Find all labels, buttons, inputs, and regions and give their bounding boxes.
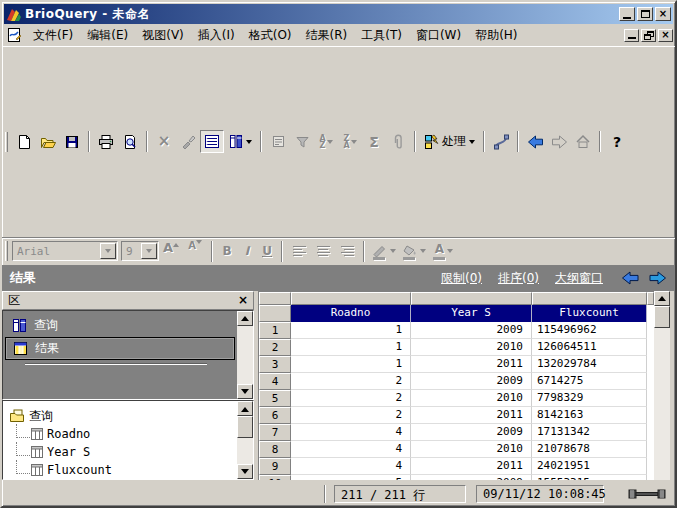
toolbar-gripper[interactable] bbox=[5, 132, 8, 152]
scroll-track[interactable] bbox=[237, 326, 253, 385]
sections-panel-close-button[interactable]: × bbox=[238, 294, 248, 306]
connection-button[interactable] bbox=[489, 130, 513, 153]
scroll-track[interactable] bbox=[237, 438, 253, 464]
format-painter-button[interactable] bbox=[176, 130, 200, 153]
tree-field[interactable]: Year S bbox=[9, 443, 237, 461]
underline-button[interactable]: U bbox=[257, 240, 277, 263]
section-link[interactable]: 排序(0) bbox=[498, 270, 539, 287]
table-cell[interactable]: 7798329 bbox=[532, 390, 647, 407]
home-button[interactable] bbox=[571, 130, 595, 153]
table-cell[interactable]: 1 bbox=[291, 339, 411, 356]
table-cell[interactable]: 2011 bbox=[411, 356, 532, 373]
table-cell[interactable]: 126064511 bbox=[532, 339, 647, 356]
forward-button[interactable] bbox=[547, 130, 571, 153]
table-cell[interactable]: 4 bbox=[291, 441, 411, 458]
sort-descending-button[interactable]: ZA bbox=[338, 130, 362, 153]
table-cell[interactable]: 4 bbox=[291, 458, 411, 475]
fill-color-button[interactable] bbox=[399, 240, 429, 263]
menu-item[interactable]: 工具(T) bbox=[354, 25, 409, 46]
table-cell[interactable]: 17131342 bbox=[532, 424, 647, 441]
scroll-up-button[interactable] bbox=[237, 401, 253, 416]
table-cell[interactable]: 2011 bbox=[411, 407, 532, 424]
row-number[interactable]: 9 bbox=[259, 458, 291, 475]
help-button[interactable]: ? bbox=[605, 130, 629, 153]
table-cell[interactable]: 132029784 bbox=[532, 356, 647, 373]
font-name-combobox[interactable]: Arial bbox=[12, 241, 118, 261]
table-cell[interactable]: 2010 bbox=[411, 390, 532, 407]
sort-ascending-button[interactable]: AZ bbox=[314, 130, 338, 153]
strip-cell[interactable] bbox=[291, 292, 411, 305]
mdi-close-button[interactable]: × bbox=[658, 29, 673, 42]
column-header-roadno[interactable]: Roadno bbox=[291, 305, 411, 322]
section-forward-arrow-icon[interactable] bbox=[648, 271, 667, 285]
table-cell[interactable]: 24021951 bbox=[532, 458, 647, 475]
table-cell[interactable]: 2009 bbox=[411, 424, 532, 441]
menu-item[interactable]: 视图(V) bbox=[135, 25, 191, 46]
menu-item[interactable]: 帮助(H) bbox=[468, 25, 524, 46]
table-cell[interactable]: 2009 bbox=[411, 373, 532, 390]
table-cell[interactable]: 2 bbox=[291, 390, 411, 407]
font-name-dropdown-button[interactable] bbox=[100, 243, 116, 259]
tree-scrollbar[interactable] bbox=[237, 401, 253, 479]
section-link[interactable]: 大纲窗口 bbox=[555, 270, 603, 287]
row-number[interactable]: 3 bbox=[259, 356, 291, 373]
table-cell[interactable]: 21078678 bbox=[532, 441, 647, 458]
mdi-restore-button[interactable] bbox=[641, 29, 656, 42]
font-size-dropdown-button[interactable] bbox=[141, 243, 157, 259]
maximize-button[interactable] bbox=[637, 7, 653, 21]
menu-item[interactable]: 格式(O) bbox=[242, 25, 299, 46]
row-number[interactable]: 2 bbox=[259, 339, 291, 356]
attach-button[interactable] bbox=[386, 130, 410, 153]
table-corner-cell[interactable] bbox=[259, 305, 291, 322]
align-center-button[interactable] bbox=[311, 240, 335, 263]
menu-item[interactable]: 编辑(E) bbox=[80, 25, 135, 46]
scroll-track[interactable] bbox=[654, 328, 670, 481]
close-button[interactable]: × bbox=[655, 7, 671, 21]
new-document-button[interactable] bbox=[12, 130, 36, 153]
table-cell[interactable]: 115496962 bbox=[532, 322, 647, 339]
scroll-thumb[interactable] bbox=[237, 416, 253, 438]
sections-item-query[interactable]: 查询 bbox=[5, 314, 235, 337]
print-button[interactable] bbox=[94, 130, 118, 153]
row-number[interactable]: 6 bbox=[259, 407, 291, 424]
table-cell[interactable]: 2010 bbox=[411, 441, 532, 458]
save-button[interactable] bbox=[60, 130, 84, 153]
increase-font-button[interactable]: A bbox=[159, 240, 183, 263]
scroll-thumb[interactable] bbox=[654, 306, 670, 328]
italic-button[interactable]: I bbox=[237, 240, 257, 263]
delete-button[interactable]: × bbox=[152, 130, 176, 153]
process-button[interactable]: 处理 bbox=[420, 130, 479, 153]
tree-field[interactable]: Fluxcount bbox=[9, 461, 237, 479]
menu-item[interactable]: 插入(I) bbox=[191, 25, 242, 46]
table-cell[interactable]: 2011 bbox=[411, 458, 532, 475]
section-back-arrow-icon[interactable] bbox=[621, 271, 640, 285]
table-cell[interactable]: 2010 bbox=[411, 339, 532, 356]
column-header-years[interactable]: Year S bbox=[411, 305, 532, 322]
table-vertical-scrollbar[interactable] bbox=[654, 291, 670, 481]
mdi-minimize-button[interactable] bbox=[624, 29, 639, 42]
scroll-up-button[interactable] bbox=[654, 291, 670, 306]
decrease-font-button[interactable]: A bbox=[183, 240, 207, 263]
filter-button[interactable] bbox=[290, 130, 314, 153]
table-cell[interactable]: 1 bbox=[291, 322, 411, 339]
properties-button[interactable] bbox=[266, 130, 290, 153]
row-number[interactable]: 1 bbox=[259, 322, 291, 339]
table-cell[interactable]: 8142163 bbox=[532, 407, 647, 424]
row-number[interactable]: 5 bbox=[259, 390, 291, 407]
table-cell[interactable]: 2009 bbox=[411, 322, 532, 339]
section-link[interactable]: 限制(0) bbox=[441, 270, 482, 287]
align-left-button[interactable] bbox=[287, 240, 311, 263]
row-number[interactable]: 4 bbox=[259, 373, 291, 390]
sections-scrollbar[interactable] bbox=[237, 311, 253, 400]
view-selector-button[interactable] bbox=[224, 130, 256, 153]
tree-root[interactable]: 查询 bbox=[9, 407, 237, 425]
scroll-down-button[interactable] bbox=[237, 384, 253, 399]
menu-item[interactable]: 窗口(W) bbox=[409, 25, 468, 46]
minimize-button[interactable] bbox=[619, 7, 635, 21]
table-view-button[interactable] bbox=[200, 130, 224, 153]
print-preview-button[interactable] bbox=[118, 130, 142, 153]
menu-item[interactable]: 文件(F) bbox=[26, 25, 80, 46]
align-right-button[interactable] bbox=[335, 240, 359, 263]
open-file-button[interactable] bbox=[36, 130, 60, 153]
menu-item[interactable]: 结果(R) bbox=[299, 25, 355, 46]
